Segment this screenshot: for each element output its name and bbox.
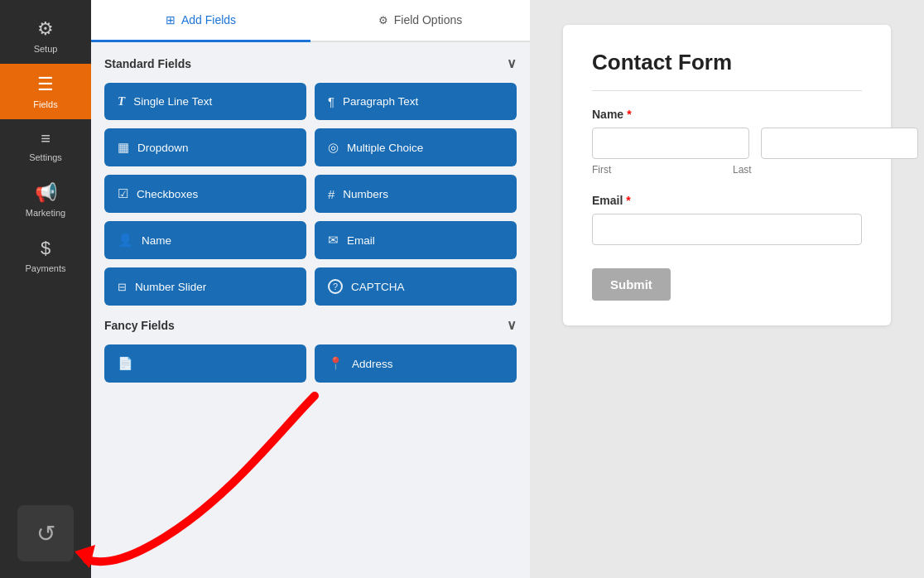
address-label: Address — [352, 358, 393, 370]
standard-fields-chevron[interactable]: ∨ — [507, 55, 517, 71]
email-field-label: Email * — [592, 194, 862, 207]
tab-add-fields-label: Add Fields — [181, 13, 236, 26]
name-input-row — [592, 128, 862, 159]
tabs-bar: ⊞ Add Fields ⚙ Field Options — [91, 0, 530, 42]
captcha-icon: ? — [328, 279, 343, 294]
fancy-fields-label: Fancy Fields — [104, 319, 175, 332]
name-required-star: * — [627, 108, 631, 121]
main-panel: ⊞ Add Fields ⚙ Field Options Standard Fi… — [91, 0, 530, 578]
field-btn-paragraph-text[interactable]: ¶ Paragraph Text — [315, 83, 517, 120]
sidebar: ⚙ Setup ☰ Fields ≡ Settings 📢 Marketing … — [0, 0, 91, 578]
sidebar-item-setup[interactable]: ⚙ Setup — [0, 8, 91, 64]
field-btn-email[interactable]: ✉ Email — [315, 221, 517, 259]
marketing-icon: 📢 — [35, 182, 57, 204]
field-btn-numbers[interactable]: # Numbers — [315, 175, 517, 213]
form-title: Contact Form — [592, 50, 862, 75]
submit-button[interactable]: Submit — [592, 268, 671, 301]
multiple-choice-icon: ◎ — [328, 140, 339, 155]
form-field-name: Name * First Last — [592, 108, 862, 176]
standard-fields-header: Standard Fields ∨ — [104, 55, 517, 71]
settings-icon: ≡ — [41, 129, 51, 148]
name-field-label: Name * — [592, 108, 862, 121]
add-fields-tab-icon: ⊞ — [166, 13, 176, 26]
form-divider — [592, 90, 862, 91]
sidebar-item-payments[interactable]: $ Payments — [0, 228, 91, 283]
field-btn-single-line-text[interactable]: T Single Line Text — [104, 83, 306, 120]
form-preview: Contact Form Name * First Last Email * — [563, 25, 891, 325]
sidebar-item-fields[interactable]: ☰ Fields — [0, 64, 91, 119]
numbers-label: Numbers — [343, 188, 388, 200]
field-btn-number-slider[interactable]: ⊟ Number Slider — [104, 267, 306, 306]
name-label-text: Name — [592, 108, 623, 121]
email-icon: ✉ — [328, 233, 339, 248]
field-btn-name[interactable]: 👤 Name — [104, 221, 306, 259]
sidebar-label-settings: Settings — [29, 152, 62, 162]
undo-icon: ↺ — [36, 520, 55, 547]
checkboxes-icon: ☑ — [118, 186, 128, 201]
fields-content: Standard Fields ∨ T Single Line Text ¶ P… — [91, 42, 530, 578]
email-label: Email — [347, 234, 375, 247]
paragraph-text-icon: ¶ — [328, 94, 334, 108]
undo-button[interactable]: ↺ — [17, 505, 74, 561]
fancy-fields-grid: 📄 📍 Address — [104, 344, 517, 383]
field-btn-dropdown[interactable]: ▦ Dropdown — [104, 128, 306, 166]
field-options-tab-icon: ⚙ — [378, 14, 388, 26]
fancy-fields-chevron[interactable]: ∨ — [507, 317, 517, 333]
dropdown-icon: ▦ — [118, 140, 129, 155]
numbers-icon: # — [328, 187, 334, 201]
email-label-text: Email — [592, 194, 623, 207]
name-label: Name — [142, 234, 171, 247]
fields-icon: ☰ — [37, 74, 54, 95]
last-name-input[interactable] — [761, 128, 918, 159]
multiple-choice-label: Multiple Choice — [347, 142, 423, 154]
dropdown-label: Dropdown — [137, 142, 189, 154]
field-btn-checkboxes[interactable]: ☑ Checkboxes — [104, 175, 306, 213]
tab-field-options[interactable]: ⚙ Field Options — [310, 0, 530, 42]
email-required-star: * — [626, 194, 630, 207]
paragraph-text-label: Paragraph Text — [343, 95, 418, 108]
first-name-sub-label: First — [592, 164, 721, 176]
sidebar-item-settings[interactable]: ≡ Settings — [0, 119, 91, 172]
fancy-fields-header: Fancy Fields ∨ — [104, 317, 517, 333]
field-btn-multiple-choice[interactable]: ◎ Multiple Choice — [315, 128, 517, 166]
setup-icon: ⚙ — [37, 18, 54, 40]
preview-panel: Contact Form Name * First Last Email * — [530, 0, 924, 578]
submit-button-label: Submit — [610, 277, 652, 291]
name-sub-labels: First Last — [592, 164, 862, 176]
single-line-text-icon: T — [118, 94, 125, 108]
payments-icon: $ — [41, 238, 51, 259]
sidebar-label-payments: Payments — [26, 263, 66, 273]
sidebar-label-fields: Fields — [33, 99, 57, 109]
sidebar-item-marketing[interactable]: 📢 Marketing — [0, 172, 91, 228]
address-icon: 📍 — [328, 356, 344, 371]
field-btn-address[interactable]: 📍 Address — [315, 344, 517, 383]
field-btn-fancy-1[interactable]: 📄 — [104, 344, 306, 383]
name-icon: 👤 — [118, 233, 133, 248]
checkboxes-label: Checkboxes — [137, 188, 198, 200]
first-name-input[interactable] — [592, 128, 749, 159]
sidebar-label-marketing: Marketing — [26, 208, 65, 218]
tab-add-fields[interactable]: ⊞ Add Fields — [91, 0, 310, 42]
fancy-1-icon: 📄 — [118, 356, 133, 371]
standard-fields-grid: T Single Line Text ¶ Paragraph Text ▦ Dr… — [104, 83, 517, 306]
email-input[interactable] — [592, 214, 862, 245]
field-btn-captcha[interactable]: ? CAPTCHA — [315, 267, 517, 306]
last-name-sub-label: Last — [733, 164, 862, 176]
single-line-text-label: Single Line Text — [133, 95, 212, 108]
number-slider-icon: ⊟ — [118, 281, 127, 293]
captcha-label: CAPTCHA — [351, 281, 405, 293]
form-field-email: Email * — [592, 194, 862, 245]
sidebar-label-setup: Setup — [34, 44, 58, 54]
standard-fields-label: Standard Fields — [104, 57, 191, 70]
tab-field-options-label: Field Options — [394, 13, 462, 26]
number-slider-label: Number Slider — [135, 281, 206, 293]
